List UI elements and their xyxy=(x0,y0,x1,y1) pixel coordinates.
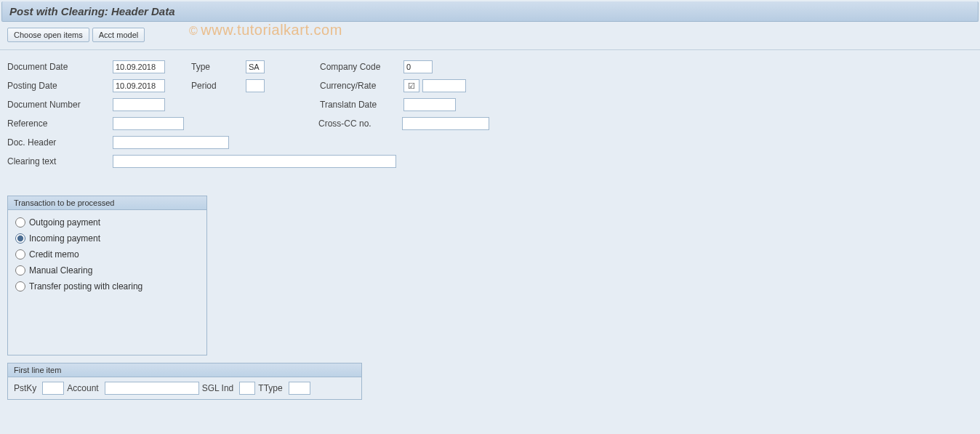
cross-cc-input[interactable] xyxy=(402,117,489,130)
radio-outgoing-label: Outgoing payment xyxy=(29,217,100,228)
choose-open-items-button[interactable]: Choose open items xyxy=(7,28,89,42)
radio-credit-memo[interactable]: Credit memo xyxy=(15,246,199,262)
posting-date-input[interactable] xyxy=(113,79,165,92)
clearing-text-input[interactable] xyxy=(113,155,396,168)
currency-check-indicator[interactable]: ☑ xyxy=(403,79,419,92)
sgl-ind-label: SGL Ind xyxy=(202,383,234,393)
acct-model-button[interactable]: Acct model xyxy=(92,28,145,42)
document-date-input[interactable] xyxy=(113,60,165,73)
radio-incoming-payment[interactable]: Incoming payment xyxy=(15,230,199,246)
ttype-input[interactable] xyxy=(289,382,310,395)
company-code-input[interactable] xyxy=(403,60,433,73)
translatn-date-input[interactable] xyxy=(403,98,456,111)
transaction-groupbox: Transaction to be processed Outgoing pay… xyxy=(7,196,207,355)
radio-credit-label: Credit memo xyxy=(29,249,79,260)
pstky-input[interactable] xyxy=(42,382,64,395)
translatn-date-label: Translatn Date xyxy=(320,100,403,110)
type-input[interactable] xyxy=(246,60,265,73)
clearing-text-label: Clearing text xyxy=(7,156,113,166)
radio-manual-label: Manual Clearing xyxy=(29,265,92,276)
first-line-title: First line item xyxy=(8,363,361,377)
radio-incoming-label: Incoming payment xyxy=(29,233,100,244)
document-number-label: Document Number xyxy=(7,100,113,110)
reference-label: Reference xyxy=(7,118,113,129)
radio-outgoing-payment[interactable]: Outgoing payment xyxy=(15,214,199,230)
ttype-label: TType xyxy=(258,383,282,393)
radio-manual-input[interactable] xyxy=(15,265,25,276)
document-number-input[interactable] xyxy=(113,98,165,111)
transaction-title: Transaction to be processed xyxy=(8,196,206,210)
reference-input[interactable] xyxy=(113,117,184,130)
doc-header-label: Doc. Header xyxy=(7,137,113,148)
company-code-label: Company Code xyxy=(320,62,403,72)
radio-outgoing-input[interactable] xyxy=(15,217,25,228)
radio-manual-clearing[interactable]: Manual Clearing xyxy=(15,262,199,278)
period-input[interactable] xyxy=(246,79,265,92)
pstky-label: PstKy xyxy=(14,383,36,393)
type-label: Type xyxy=(191,62,246,72)
account-input[interactable] xyxy=(105,382,199,395)
cross-cc-label: Cross-CC no. xyxy=(318,118,402,129)
sgl-ind-input[interactable] xyxy=(239,382,255,395)
radio-incoming-input[interactable] xyxy=(15,233,25,244)
currency-rate-label: Currency/Rate xyxy=(320,81,403,91)
first-line-item-groupbox: First line item PstKy Account SGL Ind TT… xyxy=(7,363,362,400)
page-title: Post with Clearing: Header Data xyxy=(1,1,979,22)
currency-rate-input[interactable] xyxy=(422,79,466,92)
posting-date-label: Posting Date xyxy=(7,81,113,91)
radio-transfer-label: Transfer posting with clearing xyxy=(29,281,142,292)
radio-credit-input[interactable] xyxy=(15,249,25,260)
radio-transfer-input[interactable] xyxy=(15,281,25,292)
header-form: Document Date Type Company Code Posting … xyxy=(0,50,980,407)
doc-header-input[interactable] xyxy=(113,136,229,149)
document-date-label: Document Date xyxy=(7,62,113,72)
toolbar: Choose open items Acct model xyxy=(0,23,980,50)
period-label: Period xyxy=(191,81,246,91)
account-label: Account xyxy=(67,383,98,393)
radio-transfer-posting[interactable]: Transfer posting with clearing xyxy=(15,278,199,294)
